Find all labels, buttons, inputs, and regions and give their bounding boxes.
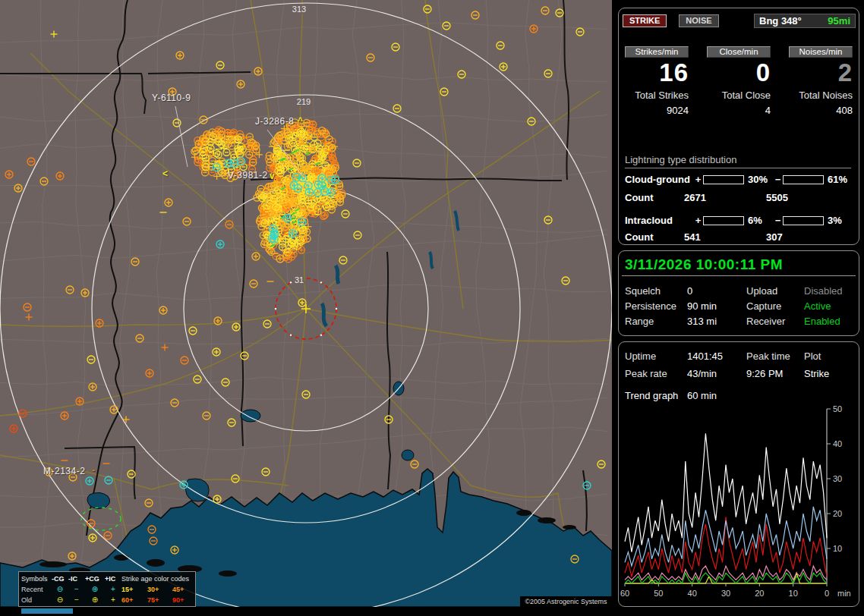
pos-ic-bar bbox=[703, 216, 744, 225]
storm-cell-trend-icon: < bbox=[162, 168, 168, 179]
distribution-title: Lightning type distribution bbox=[625, 154, 851, 168]
close-per-min-column: Close/min 0 Total Close 4 bbox=[707, 46, 771, 116]
age-60: 60+ bbox=[121, 595, 147, 605]
strikes-per-min-button[interactable]: Strikes/min bbox=[625, 46, 689, 58]
cloud-ground-label: Cloud-ground bbox=[625, 174, 693, 185]
strike-mode-button[interactable]: STRIKE bbox=[623, 14, 667, 27]
neg-ic-count: 307 bbox=[766, 231, 783, 243]
intracloud-label: Intracloud bbox=[625, 215, 693, 226]
peakrate-value: 43/min bbox=[687, 368, 746, 379]
minus-sign: − bbox=[773, 215, 783, 226]
capture-value: Active bbox=[804, 300, 831, 312]
bearing-value: Bng 348° bbox=[759, 15, 802, 27]
nic-recent-icon: − bbox=[68, 584, 85, 595]
plot-label: Plot bbox=[804, 350, 821, 362]
status-row: Squelch 0 Upload Disabled bbox=[625, 285, 843, 297]
intracloud-row: Intracloud + 6% − 3% bbox=[625, 215, 851, 226]
peaktime-value: 9:26 PM bbox=[746, 368, 804, 379]
neg-cg-bar bbox=[783, 175, 824, 184]
svg-text:40: 40 bbox=[833, 439, 842, 448]
count-label: Count bbox=[625, 231, 684, 243]
svg-text:20: 20 bbox=[833, 509, 842, 518]
close-per-min-button[interactable]: Close/min bbox=[707, 46, 771, 58]
uptime-value: 1401:45 bbox=[687, 350, 746, 362]
count-label: Count bbox=[625, 192, 684, 203]
legend-col-pcg: +CG bbox=[85, 574, 105, 584]
plot-value: Strike bbox=[804, 368, 829, 379]
session-panel: Uptime 1401:45 Peak time Plot Peak rate … bbox=[618, 341, 859, 607]
nic-old-icon: − bbox=[68, 595, 85, 605]
noises-per-min-column: Noises/min 2 Total Noises 408 bbox=[789, 46, 853, 116]
pos-cg-bar bbox=[703, 175, 744, 184]
peaktime-label: Peak time bbox=[746, 350, 804, 362]
neg-cg-pct: 61% bbox=[824, 174, 851, 185]
legend-old-label: Old bbox=[21, 595, 52, 605]
legend-age-header: Strike age color codes bbox=[121, 574, 197, 584]
close-rate-value: 0 bbox=[707, 59, 771, 86]
storm-cell-id: V-3981-2 bbox=[228, 170, 268, 181]
neg-ic-bar bbox=[783, 216, 824, 225]
storm-cell-id: M-2134-2 bbox=[43, 466, 85, 476]
age-75: 75+ bbox=[147, 595, 172, 605]
storm-cell-trend-icon: v bbox=[270, 171, 275, 181]
map-view[interactable]: 31219313 Y-6110-9<J-3286-8^V-3981-2vM-21… bbox=[0, 0, 612, 607]
ncg-old-icon: ⊖ bbox=[52, 595, 68, 605]
session-row: Uptime 1401:45 Peak time Plot bbox=[625, 350, 821, 362]
total-noises-label: Total Noises bbox=[789, 90, 853, 101]
strikes-rate-value: 16 bbox=[625, 59, 689, 86]
symbol-legend: Symbols -CG -IC +CG +IC Strike age color… bbox=[18, 571, 196, 607]
svg-text:30: 30 bbox=[833, 474, 842, 483]
storm-cell-trend-icon: - bbox=[92, 465, 95, 476]
trend-row: Trend graph 60 min bbox=[625, 390, 717, 401]
cloud-ground-row: Cloud-ground + 30% − 61% bbox=[625, 174, 851, 185]
pcg-recent-icon: ⊕ bbox=[85, 584, 105, 595]
persistence-value: 90 min bbox=[687, 300, 746, 312]
persistence-label: Persistence bbox=[625, 300, 687, 312]
upload-label: Upload bbox=[746, 285, 804, 297]
uptime-label: Uptime bbox=[625, 350, 687, 362]
svg-text:60: 60 bbox=[620, 589, 629, 598]
noise-mode-button[interactable]: NOISE bbox=[679, 14, 718, 27]
pos-ic-pct: 6% bbox=[744, 215, 773, 226]
plus-sign: + bbox=[693, 215, 703, 226]
total-strikes-value: 9024 bbox=[625, 105, 689, 116]
capture-label: Capture bbox=[746, 300, 804, 312]
legend-symbols-header: Symbols bbox=[21, 574, 52, 584]
status-panel: 3/11/2026 10:00:11 PM Squelch 0 Upload D… bbox=[618, 250, 859, 336]
age-90: 90+ bbox=[172, 595, 197, 605]
storm-cell-id: Y-6110-9 bbox=[152, 93, 191, 103]
ncg-recent-icon: ⊖ bbox=[52, 584, 68, 595]
app-window: { "toolbar": { "strike_label": "STRIKE",… bbox=[0, 0, 864, 616]
neg-cg-count: 5505 bbox=[766, 192, 788, 203]
pos-cg-pct: 30% bbox=[744, 174, 773, 185]
road-lines bbox=[0, 0, 612, 546]
svg-text:20: 20 bbox=[755, 589, 764, 598]
noises-per-min-button[interactable]: Noises/min bbox=[789, 46, 853, 58]
strike-counters-panel: STRIKE NOISE Bng 348° 95mi Strikes/min 1… bbox=[618, 8, 859, 245]
svg-text:min: min bbox=[837, 589, 851, 598]
svg-text:10: 10 bbox=[833, 544, 842, 553]
range-value: 313 mi bbox=[687, 316, 746, 327]
bearing-display: Bng 348° 95mi bbox=[754, 14, 856, 28]
peakrate-label: Peak rate bbox=[625, 368, 687, 379]
pic-old-icon: + bbox=[105, 595, 121, 605]
status-row: Range 313 mi Receiver Enabled bbox=[625, 316, 840, 327]
svg-text:219: 219 bbox=[297, 97, 311, 106]
pos-ic-count: 541 bbox=[684, 231, 766, 243]
svg-text:30: 30 bbox=[721, 589, 730, 598]
noises-rate-value: 2 bbox=[789, 59, 853, 86]
legend-recent-label: Recent bbox=[21, 584, 52, 595]
svg-text:40: 40 bbox=[688, 589, 697, 598]
total-noises-value: 408 bbox=[789, 105, 853, 116]
neg-ic-pct: 3% bbox=[824, 215, 851, 226]
distance-value: 95mi bbox=[828, 15, 850, 27]
session-row: Peak rate 43/min 9:26 PM Strike bbox=[625, 368, 829, 379]
total-strikes-label: Total Strikes bbox=[625, 90, 689, 101]
intracloud-count-row: Count 541 307 bbox=[625, 231, 783, 243]
legend-col-ncg: -CG bbox=[52, 574, 68, 584]
trend-graph-label: Trend graph bbox=[625, 390, 687, 401]
screen-artifact bbox=[21, 608, 73, 614]
strikes-per-min-column: Strikes/min 16 Total Strikes 9024 bbox=[625, 46, 689, 116]
storm-cell-id: J-3286-8 bbox=[255, 116, 294, 127]
minus-sign: − bbox=[773, 174, 783, 185]
